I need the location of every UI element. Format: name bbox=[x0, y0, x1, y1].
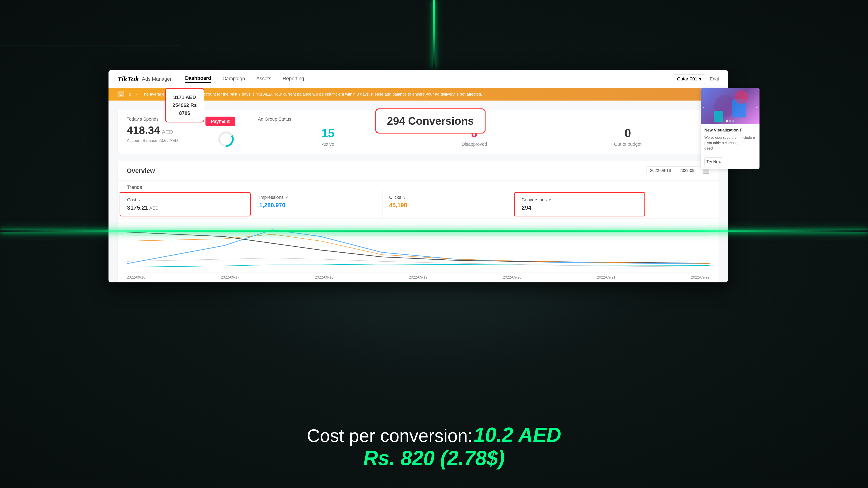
metric-cost[interactable]: Cost ∨ 3175.21 AED bbox=[120, 192, 251, 217]
metric-extra bbox=[647, 190, 719, 218]
aed-callout: 3171 AED 254962 Rs 870$ bbox=[165, 88, 204, 123]
country-selector[interactable]: Qatar-001 ▾ bbox=[673, 74, 705, 84]
sidebar-card-text: We've upgraded the n include a pivot tab… bbox=[704, 135, 756, 151]
nav-right: Qatar-001 ▾ Engl bbox=[673, 74, 719, 84]
try-now-button[interactable]: Try Now bbox=[704, 158, 723, 166]
chart-date-1: 2022-09-17 bbox=[221, 275, 239, 280]
chevron-down-icon: ▾ bbox=[699, 76, 702, 82]
bottom-overlay: Cost per conversion: 10.2 AED Rs. 820 (2… bbox=[0, 423, 868, 470]
sidebar-card-body: New Visualization F We've upgraded the n… bbox=[701, 124, 760, 155]
circuit-line bbox=[0, 45, 181, 46]
stat-disapproved-label: Disapproved bbox=[462, 142, 487, 147]
overview-title: Overview bbox=[127, 167, 155, 174]
cost-per-conversion-label: Cost per conversion: bbox=[307, 426, 473, 446]
metric-clicks-header: Clicks ∨ bbox=[389, 195, 505, 200]
stat-budget-value: 0 bbox=[625, 126, 631, 140]
warning-arrow-icon[interactable]: › bbox=[135, 92, 137, 97]
card-illustration bbox=[710, 88, 750, 124]
warning-page-1[interactable]: 1 bbox=[118, 91, 124, 97]
sidebar-card-image: ‹ › bbox=[701, 88, 760, 124]
date-end: 2022-09 bbox=[680, 168, 694, 173]
brand: TikTok · Ads Manager bbox=[118, 75, 172, 83]
metric-cost-value: 3175.21 AED bbox=[127, 204, 243, 211]
metric-impressions[interactable]: Impressions ∨ 1,280,970 bbox=[252, 190, 382, 218]
dot bbox=[733, 120, 734, 122]
metric-cost-chevron: ∨ bbox=[138, 198, 141, 202]
stat-active-label: Active bbox=[322, 142, 334, 147]
metric-conversions-name: Conversions bbox=[522, 197, 547, 202]
metric-impressions-header: Impressions ∨ bbox=[259, 195, 375, 200]
metric-clicks-name: Clicks bbox=[389, 195, 401, 200]
date-range-picker[interactable]: 2022-09-16 — 2022-09 bbox=[646, 166, 698, 175]
metric-conversions[interactable]: Conversions ∨ 294 bbox=[514, 192, 645, 217]
trends-label: Trends bbox=[118, 181, 719, 190]
chart-date-5: 2022-09-21 bbox=[597, 275, 616, 280]
nav-links: Dashboard Campaign Assets Reporting bbox=[185, 75, 304, 83]
nav-reporting[interactable]: Reporting bbox=[283, 76, 304, 83]
payment-button[interactable]: Payment bbox=[206, 117, 235, 126]
carousel-prev[interactable]: ‹ bbox=[703, 104, 704, 109]
sidebar-card-title: New Visualization F bbox=[704, 128, 756, 133]
callout-line3: 870$ bbox=[173, 109, 197, 117]
date-separator: — bbox=[673, 168, 677, 173]
overview-section: Overview 2022-09-16 — 2022-09 ⬜ Trends bbox=[118, 161, 719, 282]
conversions-callout: 294 Conversions bbox=[375, 108, 486, 133]
metric-cost-unit: AED bbox=[149, 205, 158, 210]
carousel-next[interactable]: › bbox=[756, 104, 758, 109]
metric-clicks-chevron: ∨ bbox=[403, 195, 406, 199]
metric-impressions-value: 1,280,970 bbox=[259, 202, 375, 209]
conversions-callout-text: 294 Conversions bbox=[387, 115, 474, 127]
metric-impressions-name: Impressions bbox=[259, 195, 284, 200]
metric-clicks-value: 45,198 bbox=[389, 202, 505, 209]
callout-line2: 254962 Rs bbox=[173, 101, 197, 109]
donut-chart bbox=[217, 130, 235, 149]
brand-dot: · bbox=[140, 76, 141, 81]
stat-active: 15 Active bbox=[321, 126, 335, 147]
warning-text: The average spending from your account f… bbox=[142, 92, 719, 97]
nav-assets[interactable]: Assets bbox=[256, 76, 271, 83]
metric-conversions-header: Conversions ∨ bbox=[522, 197, 638, 202]
metrics-row: Cost ∨ 3175.21 AED Impressions ∨ 1,280,9… bbox=[118, 190, 719, 219]
cost-per-conversion-value: 10.2 AED bbox=[474, 424, 561, 446]
brand-ads: Ads Manager bbox=[142, 76, 172, 82]
callout-line1: 3171 AED bbox=[173, 93, 197, 101]
green-horizontal-accent bbox=[0, 230, 868, 232]
bottom-line1: Cost per conversion: 10.2 AED bbox=[0, 423, 868, 447]
chart-dates: 2022-09-16 2022-09-17 2022-09-18 2022-09… bbox=[127, 275, 710, 280]
sidebar-card: ‹ › New Visualization F We've upgraded t… bbox=[701, 88, 760, 169]
stat-budget: 0 Out of budget bbox=[614, 126, 642, 147]
metric-cost-header: Cost ∨ bbox=[127, 197, 243, 202]
overview-right: 2022-09-16 — 2022-09 ⬜ bbox=[646, 166, 710, 175]
chart-date-4: 2022-09-20 bbox=[503, 275, 522, 280]
metric-impressions-chevron: ∨ bbox=[285, 195, 288, 199]
circuit-line bbox=[68, 0, 68, 135]
spends-value: 418.34 bbox=[127, 124, 160, 136]
metric-clicks[interactable]: Clicks ∨ 45,198 bbox=[382, 190, 513, 218]
nav-campaign[interactable]: Campaign bbox=[222, 76, 245, 83]
chart-date-3: 2022-09-19 bbox=[409, 275, 428, 280]
chart-date-2: 2022-09-18 bbox=[315, 275, 333, 280]
stat-active-value: 15 bbox=[321, 126, 335, 140]
metric-cost-name: Cost bbox=[127, 197, 136, 202]
date-start: 2022-09-16 bbox=[650, 168, 671, 173]
donut-svg bbox=[217, 130, 235, 148]
metric-conversions-chevron: ∨ bbox=[549, 198, 551, 202]
carousel-dots bbox=[726, 120, 734, 122]
chart-date-6: 2022-09-22 bbox=[691, 275, 710, 280]
nav-dashboard[interactable]: Dashboard bbox=[185, 75, 211, 83]
cost-rs-value: Rs. 820 (2.78$) bbox=[0, 447, 868, 470]
brand-tiktok: TikTok bbox=[118, 75, 139, 83]
chart-area: 2022-09-16 2022-09-17 2022-09-18 2022-09… bbox=[118, 219, 719, 282]
country-value: Qatar-001 bbox=[677, 76, 698, 82]
metric-conversions-value: 294 bbox=[522, 204, 638, 211]
spends-currency: AED bbox=[162, 129, 173, 135]
language-selector[interactable]: Engl bbox=[710, 76, 719, 82]
stat-budget-label: Out of budget bbox=[614, 142, 642, 147]
dot bbox=[729, 120, 731, 122]
svg-rect-10 bbox=[714, 111, 723, 122]
green-vertical-accent bbox=[433, 0, 435, 68]
dot-active bbox=[726, 120, 728, 122]
chart-date-0: 2022-09-16 bbox=[127, 275, 145, 280]
nav-bar: TikTok · Ads Manager Dashboard Campaign … bbox=[108, 70, 728, 88]
warning-page-2[interactable]: 2 bbox=[127, 91, 133, 97]
